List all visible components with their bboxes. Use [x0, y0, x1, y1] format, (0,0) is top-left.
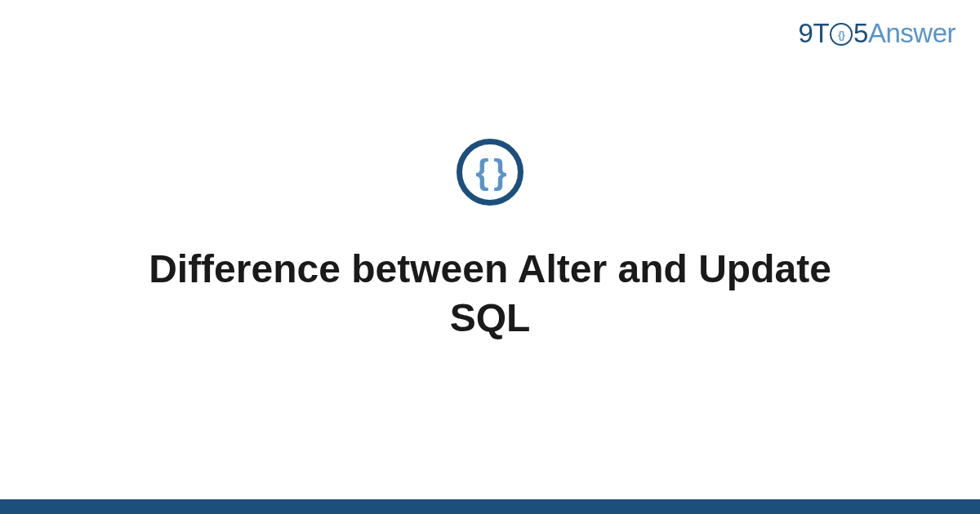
logo-five: 5 [853, 18, 868, 49]
main-content: { } Difference between Alter and Update … [0, 139, 980, 343]
logo-prefix: 9T [799, 18, 830, 49]
code-braces-icon: { } [457, 139, 523, 206]
site-logo: 9T {} 5 Answer [799, 18, 956, 49]
footer-bar [0, 499, 980, 514]
logo-o-circle: {} [830, 23, 853, 46]
logo-o-braces: {} [838, 29, 844, 41]
logo-suffix: Answer [868, 18, 956, 49]
braces-glyph: { } [475, 155, 504, 189]
page-title: Difference between Alter and Update SQL [122, 245, 858, 343]
